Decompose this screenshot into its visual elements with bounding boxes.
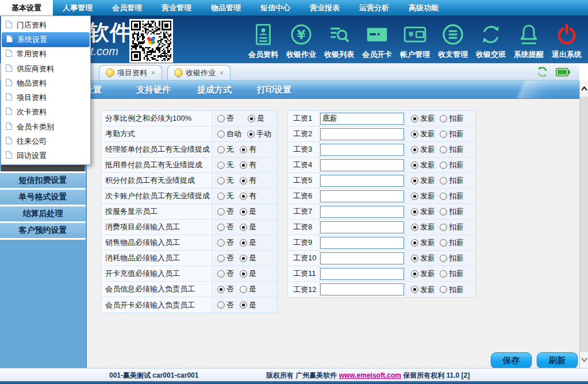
menu-item-基本设置[interactable]: 基本设置 (0, 0, 53, 16)
dropdown-item-项目资料[interactable]: 项目资料 (1, 90, 90, 105)
sidebar-splitter[interactable] (1, 164, 84, 171)
radio-option-发薪[interactable]: 发薪 (411, 129, 435, 139)
radio-button[interactable] (411, 115, 418, 122)
radio-button[interactable] (440, 208, 447, 216)
subtab-提成方式[interactable]: 提成方式 (197, 85, 232, 95)
sidebar-button-客户预约设置[interactable]: 客户预约设置 (0, 221, 86, 240)
radio-button[interactable] (240, 255, 247, 262)
radio-option-自动[interactable]: 自动 (217, 129, 241, 139)
radio-button[interactable] (240, 270, 247, 278)
radio-button[interactable] (440, 146, 447, 153)
radio-option-扣薪[interactable]: 扣薪 (440, 206, 464, 217)
salary-input[interactable] (320, 144, 404, 156)
radio-option-无[interactable]: 无 (217, 160, 234, 170)
radio-option-是[interactable]: 是 (240, 253, 256, 263)
toolbar-收银作业[interactable]: ¥收银作业 (282, 17, 320, 62)
radio-option-否[interactable]: 否 (217, 222, 234, 232)
radio-option-发薪[interactable]: 发薪 (411, 191, 435, 201)
radio-button[interactable] (440, 162, 447, 169)
sidebar-button-结算后处理[interactable]: 结算后处理 (0, 205, 86, 221)
radio-button[interactable] (217, 115, 225, 122)
radio-button[interactable] (411, 255, 418, 262)
salary-input[interactable] (320, 268, 404, 280)
radio-button[interactable] (411, 239, 418, 247)
scroll-up-button[interactable] (580, 80, 588, 97)
radio-button[interactable] (411, 162, 418, 169)
radio-button[interactable] (217, 224, 225, 231)
radio-option-无[interactable]: 无 (217, 144, 234, 155)
radio-button[interactable] (411, 177, 418, 185)
tab-收银作业[interactable]: 收银作业× (167, 65, 230, 80)
radio-option-发薪[interactable]: 发薪 (411, 253, 435, 263)
dropdown-item-次卡资料[interactable]: 次卡资料 (1, 105, 90, 120)
radio-button[interactable] (411, 146, 418, 153)
radio-button[interactable] (217, 146, 225, 153)
radio-option-扣薪[interactable]: 扣薪 (440, 175, 464, 186)
sidebar-button-短信扣费设置[interactable]: 短信扣费设置 (0, 171, 86, 188)
salary-input[interactable] (320, 113, 404, 125)
radio-button[interactable] (217, 208, 225, 216)
radio-option-有[interactable]: 有 (240, 175, 256, 186)
toolbar-收银交班[interactable]: 收银交班 (472, 17, 510, 62)
radio-button[interactable] (440, 224, 447, 231)
radio-button[interactable] (240, 177, 247, 185)
radio-button[interactable] (240, 193, 247, 200)
radio-button[interactable] (411, 224, 418, 231)
radio-button[interactable] (440, 130, 447, 138)
radio-button[interactable] (217, 239, 225, 247)
radio-option-有[interactable]: 有 (240, 191, 256, 201)
toolbar-会员资料[interactable]: 会员资料 (244, 17, 282, 62)
dropdown-item-会员卡类别[interactable]: 会员卡类别 (1, 120, 90, 134)
toolbar-会员开卡[interactable]: 会员开卡 (358, 17, 396, 62)
dropdown-item-系统设置[interactable]: 系统设置 (2, 32, 90, 47)
radio-button[interactable] (240, 208, 247, 216)
radio-button[interactable] (411, 270, 418, 278)
radio-option-无[interactable]: 无 (217, 175, 234, 186)
radio-button[interactable] (240, 239, 247, 247)
radio-option-否[interactable]: 否 (217, 284, 234, 294)
radio-button[interactable] (440, 115, 447, 122)
radio-option-发薪[interactable]: 发薪 (411, 237, 435, 248)
dropdown-item-供应商资料[interactable]: 供应商资料 (1, 62, 90, 76)
radio-button[interactable] (217, 301, 225, 309)
menu-item-营业报表[interactable]: 营业报表 (300, 0, 349, 16)
radio-option-发薪[interactable]: 发薪 (411, 144, 435, 155)
radio-option-扣薪[interactable]: 扣薪 (440, 144, 464, 155)
save-button[interactable]: 保存 (491, 352, 532, 368)
radio-option-有[interactable]: 有 (240, 144, 256, 155)
toolbar-退出系统[interactable]: 退出系统 (548, 17, 586, 62)
radio-option-扣薪[interactable]: 扣薪 (440, 285, 464, 295)
radio-option-扣薪[interactable]: 扣薪 (440, 113, 464, 124)
radio-option-否[interactable]: 否 (217, 268, 234, 279)
radio-option-扣薪[interactable]: 扣薪 (440, 129, 464, 139)
radio-option-扣薪[interactable]: 扣薪 (440, 253, 464, 263)
radio-button[interactable] (411, 208, 418, 216)
radio-option-发薪[interactable]: 发薪 (411, 206, 435, 217)
menu-item-短信中心[interactable]: 短信中心 (251, 0, 300, 16)
radio-option-否[interactable]: 否 (217, 206, 234, 217)
radio-button[interactable] (411, 193, 418, 200)
salary-input[interactable] (320, 128, 404, 140)
salary-input[interactable] (320, 221, 404, 233)
toolbar-帐户管理[interactable]: ¥帐户管理 (396, 17, 434, 62)
salary-input[interactable] (320, 206, 404, 218)
menu-item-人事管理[interactable]: 人事管理 (53, 0, 102, 16)
dropdown-item-物品资料[interactable]: 物品资料 (1, 76, 90, 90)
toolbar-收银列表[interactable]: 收银列表 (320, 17, 358, 62)
salary-input[interactable] (320, 175, 404, 187)
salary-input[interactable] (320, 252, 404, 264)
radio-button[interactable] (440, 239, 447, 247)
radio-option-发薪[interactable]: 发薪 (411, 222, 435, 232)
menu-item-运营分析[interactable]: 运营分析 (349, 0, 399, 16)
dropdown-item-常用资料[interactable]: 常用资料 (1, 47, 90, 62)
radio-option-否[interactable]: 否 (217, 237, 234, 248)
close-tab-icon[interactable]: × (220, 69, 224, 77)
refresh-tabs-icon[interactable] (536, 66, 548, 80)
salary-input[interactable] (320, 283, 404, 295)
radio-button[interactable] (440, 193, 447, 200)
radio-option-是[interactable]: 是 (240, 268, 256, 279)
radio-option-是[interactable]: 是 (240, 237, 256, 248)
scroll-down-button[interactable] (580, 352, 588, 368)
radio-option-否[interactable]: 否 (217, 253, 234, 263)
radio-button[interactable] (440, 286, 447, 293)
